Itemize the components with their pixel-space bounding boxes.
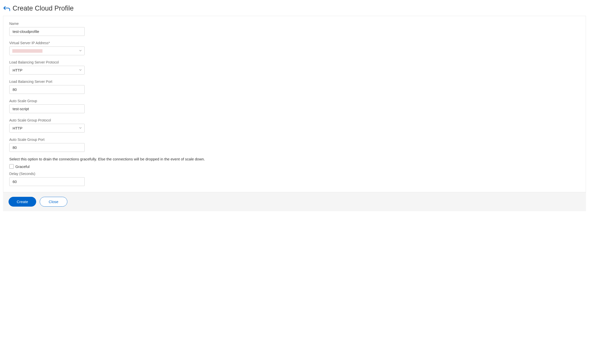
back-icon[interactable] (4, 6, 10, 11)
field-asg-port: Auto Scale Group Port (9, 138, 580, 152)
select-asg-protocol[interactable] (9, 124, 85, 133)
create-button[interactable]: Create (9, 197, 36, 207)
field-delay: Delay (Seconds) (9, 172, 580, 186)
field-name: Name (9, 22, 580, 36)
input-asg-port[interactable] (9, 143, 85, 152)
field-asg: Auto Scale Group (9, 99, 580, 113)
label-asg: Auto Scale Group (9, 99, 580, 103)
field-graceful: Graceful (9, 164, 580, 169)
page-title: Create Cloud Profile (13, 5, 74, 12)
select-virtual-server-ip[interactable] (9, 46, 85, 55)
field-virtual-server-ip: Virtual Server IP Address* (9, 41, 580, 55)
field-asg-protocol: Auto Scale Group Protocol (9, 118, 580, 133)
label-lb-port: Load Balancing Server Port (9, 80, 580, 84)
select-lb-protocol[interactable] (9, 66, 85, 75)
label-asg-port: Auto Scale Group Port (9, 138, 580, 142)
checkbox-graceful[interactable] (9, 164, 14, 169)
label-delay: Delay (Seconds) (9, 172, 580, 176)
label-name: Name (9, 22, 580, 26)
field-lb-port: Load Balancing Server Port (9, 80, 580, 94)
page-header: Create Cloud Profile (0, 0, 589, 16)
graceful-help-text: Select this option to drain the connecti… (9, 157, 580, 161)
label-virtual-server-ip: Virtual Server IP Address* (9, 41, 580, 45)
label-lb-protocol: Load Balancing Server Protocol (9, 60, 580, 64)
button-bar: Create Close (3, 192, 586, 211)
form-panel: Name Virtual Server IP Address* Load Bal… (3, 16, 586, 192)
input-delay[interactable] (9, 177, 85, 186)
input-asg[interactable] (9, 104, 85, 113)
label-graceful: Graceful (15, 164, 30, 169)
label-asg-protocol: Auto Scale Group Protocol (9, 118, 580, 122)
field-lb-protocol: Load Balancing Server Protocol (9, 60, 580, 75)
close-button[interactable]: Close (40, 197, 67, 207)
input-lb-port[interactable] (9, 85, 85, 94)
input-name[interactable] (9, 27, 85, 36)
